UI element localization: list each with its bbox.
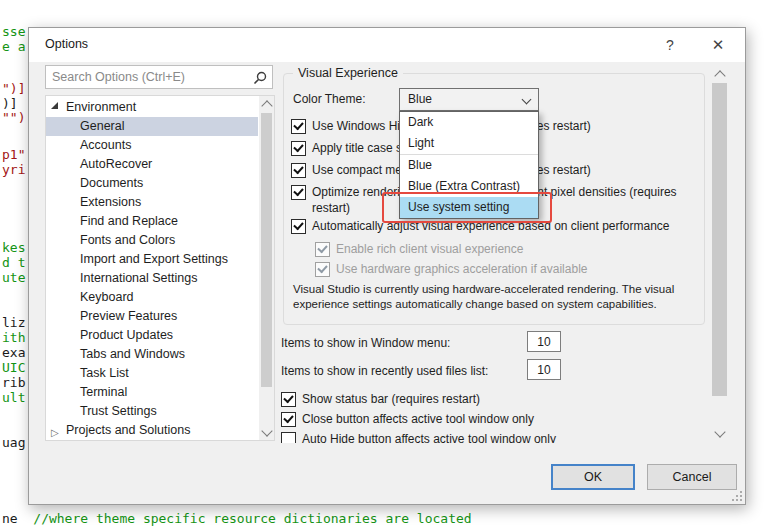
panel-scrollbar-thumb[interactable] xyxy=(712,83,727,396)
code-fragment: ute xyxy=(2,270,25,285)
tree-scrollbar xyxy=(259,96,274,440)
window-menu-label: Items to show in Window menu: xyxy=(281,336,450,350)
tree-expander-open-icon[interactable] xyxy=(51,102,58,109)
checkbox-icon xyxy=(281,392,296,407)
panel-scroll-down-icon[interactable] xyxy=(714,426,725,437)
tree-item-task-list[interactable]: Task List xyxy=(46,364,258,383)
red-annotation-box xyxy=(382,192,552,223)
code-comment: //where theme specific resource dictiona… xyxy=(33,511,471,526)
close-icon: ✕ xyxy=(712,36,725,54)
checkbox-icon xyxy=(315,242,330,257)
dropdown-item-light[interactable]: Light xyxy=(400,133,538,154)
ok-button[interactable]: OK xyxy=(551,464,635,490)
tree-item-accounts[interactable]: Accounts xyxy=(46,136,258,155)
tree-item-import-export[interactable]: Import and Export Settings xyxy=(46,250,258,269)
recent-files-count-input[interactable] xyxy=(527,359,561,380)
checkbox-icon xyxy=(291,219,306,234)
code-fragment: ")] xyxy=(2,81,25,96)
code-text: ne xyxy=(2,511,18,526)
search-input[interactable] xyxy=(46,66,272,88)
checkbox-close-button[interactable]: Close button affects active tool window … xyxy=(281,411,534,427)
tree-item-product-updates[interactable]: Product Updates xyxy=(46,326,258,345)
color-theme-label: Color Theme: xyxy=(293,92,365,106)
tree-scrollbar-thumb[interactable] xyxy=(261,113,272,387)
tree-item-documents[interactable]: Documents xyxy=(46,174,258,193)
scroll-down-icon[interactable] xyxy=(261,425,272,436)
tree-item-preview-features[interactable]: Preview Features xyxy=(46,307,258,326)
dialog-title: Options xyxy=(45,37,88,51)
close-button[interactable]: ✕ xyxy=(705,34,731,56)
screen: sse e a ")] )] "") p1" yri kes d t ute l… xyxy=(0,0,768,531)
tree-item-autorecover[interactable]: AutoRecover xyxy=(46,155,258,174)
checkbox-icon xyxy=(291,163,306,178)
code-fragment: uag xyxy=(2,435,25,450)
tree-item-extensions[interactable]: Extensions xyxy=(46,193,258,212)
cancel-button[interactable]: Cancel xyxy=(647,464,737,490)
tree-item-tabs-and-windows[interactable]: Tabs and Windows xyxy=(46,345,258,364)
options-dialog: Options ? ✕ Environment General Accounts… xyxy=(28,27,746,505)
dropdown-item-blue[interactable]: Blue xyxy=(400,154,538,176)
tree-item-find-and-replace[interactable]: Find and Replace xyxy=(46,212,258,231)
code-fragment: ult xyxy=(2,390,25,405)
search-icon[interactable] xyxy=(253,71,267,85)
code-fragment: sse xyxy=(2,24,25,39)
dropdown-item-dark[interactable]: Dark xyxy=(400,112,538,133)
code-fragment: rib xyxy=(2,375,25,390)
code-fragment: p1" xyxy=(2,147,25,162)
code-fragment: yri xyxy=(2,162,25,177)
tree-item-keyboard[interactable]: Keyboard xyxy=(46,288,258,307)
rendering-info-text: Visual Studio is currently using hardwar… xyxy=(293,282,701,312)
options-tree: Environment General Accounts AutoRecover… xyxy=(45,95,275,441)
code-line: ne //where theme specific resource dicti… xyxy=(2,511,472,526)
scroll-up-icon[interactable] xyxy=(261,100,272,111)
window-menu-count-input[interactable] xyxy=(527,331,561,352)
code-fragment: liz xyxy=(2,315,25,330)
combobox-value: Blue xyxy=(408,92,432,106)
color-theme-combobox[interactable]: Blue xyxy=(399,88,539,111)
help-button[interactable]: ? xyxy=(657,34,683,56)
checkbox-icon xyxy=(315,262,330,277)
code-fragment: exa xyxy=(2,345,25,360)
checkbox-auto-hide[interactable]: Auto Hide button affects active tool win… xyxy=(281,431,556,443)
tree-item-trust-settings[interactable]: Trust Settings xyxy=(46,402,258,421)
bottom-checkbox-list: Show status bar (requires restart) Close… xyxy=(281,388,711,443)
code-fragment: )] xyxy=(2,96,18,111)
code-fragment: e a xyxy=(2,39,25,54)
checkbox-icon xyxy=(291,141,306,156)
code-fragment: UIC xyxy=(2,360,25,375)
code-fragment: d t xyxy=(2,255,25,270)
checkbox-hardware-accel: Use hardware graphics acceleration if av… xyxy=(315,261,587,277)
tree-item-environment[interactable]: Environment xyxy=(46,98,258,117)
tree-item-terminal[interactable]: Terminal xyxy=(46,383,258,402)
code-fragment: ith xyxy=(2,330,25,345)
code-fragment: kes xyxy=(2,240,25,255)
code-fragment: "") xyxy=(2,110,25,125)
checkbox-icon xyxy=(291,119,306,134)
tree-item-fonts-and-colors[interactable]: Fonts and Colors xyxy=(46,231,258,250)
checkbox-rich-client: Enable rich client visual experience xyxy=(315,241,523,257)
chevron-down-icon xyxy=(522,95,532,105)
resize-grip[interactable] xyxy=(732,491,742,501)
checkbox-icon xyxy=(281,432,296,443)
group-title: Visual Experience xyxy=(293,66,403,80)
recent-files-label: Items to show in recently used files lis… xyxy=(281,364,488,378)
checkbox-show-status-bar[interactable]: Show status bar (requires restart) xyxy=(281,391,480,407)
tree-item-international[interactable]: International Settings xyxy=(46,269,258,288)
dialog-titlebar xyxy=(29,28,745,62)
search-box xyxy=(45,65,273,89)
tree-item-projects-and-solutions[interactable]: ▷Projects and Solutions xyxy=(46,421,258,440)
tree-item-general[interactable]: General xyxy=(46,117,258,136)
checkbox-icon xyxy=(281,412,296,427)
panel-scroll-up-icon[interactable] xyxy=(714,70,725,81)
tree-expander-closed-icon[interactable]: ▷ xyxy=(51,423,59,442)
checkbox-icon xyxy=(291,185,306,200)
